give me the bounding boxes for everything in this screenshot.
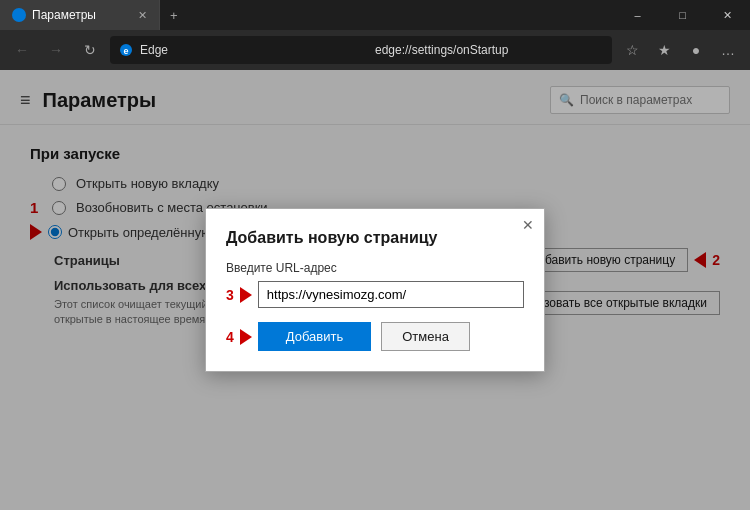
address-bar-input[interactable]: e Edge edge://settings/onStartup [110,36,612,64]
settings-content: ≡ Параметры 🔍 При запуске Открыть новую … [0,70,750,510]
annotation-4-arrow [240,329,252,345]
star-icon[interactable]: ☆ [618,36,646,64]
dialog-action-buttons: Добавить Отмена [258,322,470,351]
url-text: edge://settings/onStartup [375,43,604,57]
window-close-button[interactable]: ✕ [705,0,750,30]
minimize-button[interactable]: – [615,0,660,30]
forward-button[interactable]: → [42,36,70,64]
dialog-close-button[interactable]: ✕ [522,217,534,233]
url-input[interactable] [258,281,524,308]
tab-favicon [12,8,26,22]
window-controls: – □ ✕ [615,0,750,30]
toolbar-icons: ☆ ★ ● … [618,36,742,64]
dialog-buttons-row: 4 Добавить Отмена [226,322,524,351]
annotation-4-num: 4 [226,329,234,345]
dialog-add-button[interactable]: Добавить [258,322,371,351]
dialog-url-label: Введите URL-адрес [226,261,524,275]
tab-title: Параметры [32,8,96,22]
title-bar: Параметры ✕ + – □ ✕ [0,0,750,30]
refresh-button[interactable]: ↻ [76,36,104,64]
new-tab-button[interactable]: + [160,0,188,30]
back-button[interactable]: ← [8,36,36,64]
dialog-title: Добавить новую страницу [226,229,524,247]
browser-name-label: Edge [140,43,369,57]
settings-menu-icon[interactable]: … [714,36,742,64]
edge-logo-icon: e [118,42,134,58]
svg-text:e: e [123,46,128,56]
add-page-dialog: ✕ Добавить новую страницу Введите URL-ад… [205,208,545,372]
tab-close-button[interactable]: ✕ [138,9,147,22]
address-bar: ← → ↻ e Edge edge://settings/onStartup ☆… [0,30,750,70]
favorites-icon[interactable]: ★ [650,36,678,64]
maximize-button[interactable]: □ [660,0,705,30]
annotation-3-num: 3 [226,287,234,303]
active-tab[interactable]: Параметры ✕ [0,0,160,30]
dialog-overlay: ✕ Добавить новую страницу Введите URL-ад… [0,70,750,510]
tab-area: Параметры ✕ + [0,0,615,30]
url-input-row: 3 [226,281,524,308]
annotation-3-arrow [240,287,252,303]
profile-icon[interactable]: ● [682,36,710,64]
dialog-cancel-button[interactable]: Отмена [381,322,470,351]
